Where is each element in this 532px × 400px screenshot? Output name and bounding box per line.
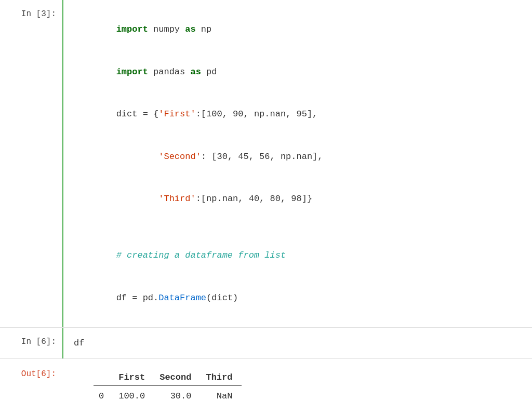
- output-content: First Second Third 0100.030.0NaN190.045.…: [62, 359, 532, 400]
- row-index: 0: [94, 386, 113, 400]
- func-dataframe: DataFrame: [158, 293, 206, 303]
- keyword-as1: as: [185, 24, 195, 34]
- cell-2-label: In [6]:: [0, 328, 62, 358]
- cell-value: 30.0: [154, 386, 201, 400]
- comment-text: # creating a dataframe from list: [116, 250, 286, 260]
- code-text: : [30, 45, 56, np.nan],: [201, 152, 323, 162]
- keyword-import1: import: [116, 24, 148, 34]
- code-text: (dict): [206, 293, 238, 303]
- cell-2: In [6]: df: [0, 328, 532, 359]
- notebook: In [3]: import numpy as np import pandas…: [0, 0, 532, 400]
- col-header-first: First: [113, 369, 154, 386]
- code-text: pandas: [148, 67, 191, 77]
- code-text: np: [196, 24, 212, 34]
- col-header-third: Third: [201, 369, 242, 386]
- string-second: 'Second': [158, 152, 201, 162]
- code-line-5: 'Third':[np.nan, 40, 80, 98]}: [74, 178, 522, 220]
- keyword-as2: as: [190, 67, 201, 77]
- keyword-import2: import: [116, 67, 148, 77]
- code-text: df = pd.: [116, 293, 159, 303]
- table-header-row: First Second Third: [94, 369, 242, 386]
- code-line-4: 'Second': [30, 45, 56, np.nan],: [74, 136, 522, 178]
- table-row: 0100.030.0NaN: [94, 386, 242, 400]
- code-text: dict = {: [116, 109, 159, 119]
- code-line-1: import numpy as np: [74, 8, 522, 51]
- cell-1: In [3]: import numpy as np import pandas…: [0, 0, 532, 328]
- string-first: 'First': [158, 109, 195, 119]
- dataframe-table: First Second Third 0100.030.0NaN190.045.…: [94, 369, 242, 400]
- code-line-3: dict = {'First':[100, 90, np.nan, 95],: [74, 93, 522, 136]
- cell-value: NaN: [201, 386, 242, 400]
- code-line-blank: [74, 220, 522, 234]
- cell-2-content[interactable]: df: [62, 328, 95, 358]
- code-text: [116, 152, 159, 162]
- output-cell: Out[6]: First Second Third 0100.030.0NaN…: [0, 359, 532, 400]
- cell-1-content[interactable]: import numpy as np import pandas as pd d…: [62, 0, 532, 327]
- code-text: pd: [201, 67, 217, 77]
- code-line-comment: # creating a dataframe from list: [74, 234, 522, 277]
- code-line-7: df = pd.DataFrame(dict): [74, 277, 522, 319]
- string-third: 'Third': [158, 194, 195, 204]
- code-df: df: [74, 336, 84, 350]
- code-line-2: import pandas as pd: [74, 51, 522, 94]
- cell-1-label: In [3]:: [0, 0, 62, 327]
- code-text: [116, 194, 159, 204]
- cell-value: 100.0: [113, 386, 154, 400]
- code-text: numpy: [148, 24, 185, 34]
- output-label: Out[6]:: [0, 359, 62, 388]
- col-header-second: Second: [154, 369, 201, 386]
- code-text: :[np.nan, 40, 80, 98]}: [196, 194, 312, 204]
- dataframe-wrapper: First Second Third 0100.030.0NaN190.045.…: [62, 364, 532, 400]
- col-header-index: [94, 369, 113, 386]
- code-text: :[100, 90, np.nan, 95],: [196, 109, 318, 119]
